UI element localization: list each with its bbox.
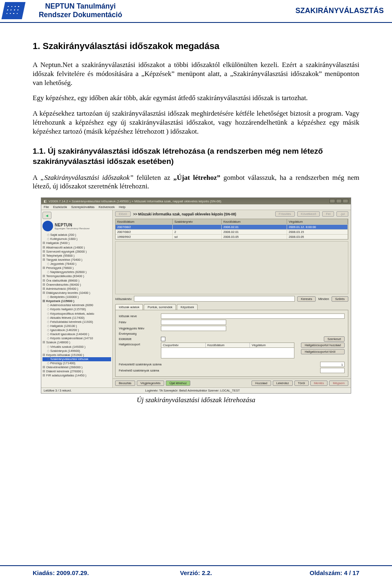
tree-item[interactable]: Órarendkészítés (90400 ): [42, 283, 111, 287]
tree-item[interactable]: Pénzügyek (78600 ): [42, 266, 111, 270]
window-titlebar: ◧ V2009.7.14.2 » Szakirányválasztási idő…: [41, 198, 351, 204]
search-input[interactable]: [134, 296, 294, 302]
tree-item[interactable]: Adminisztráció (95400 ): [42, 287, 111, 291]
maximize-button[interactable]: [336, 199, 342, 203]
figure-caption: Új szakirányválasztási időszak létrehozá…: [33, 396, 359, 404]
menu-rolechange[interactable]: Szerepkörváltás: [71, 205, 94, 209]
close-button[interactable]: [343, 199, 348, 203]
filter-button[interactable]: Szűrés: [332, 296, 348, 302]
tab-points-order[interactable]: Pontok, sorrendek: [144, 304, 176, 310]
tree-item[interactable]: FIR adatszolgáltatás (14450 ): [42, 374, 111, 378]
doc-footer: Kiadás: 2009.07.29. Verzió: 2.2. Oldalsz…: [0, 565, 392, 576]
paragraph-4: A „Szakirányválasztási időszakok” felüle…: [33, 173, 359, 191]
add-student-group-button[interactable]: Hallgatócsoportot hozzáad: [301, 342, 345, 348]
table-row[interactable]: 1998/99/2sd2008.03.052008.03.05: [116, 234, 348, 239]
doc-title-line1: NEPTUN Tanulmányi: [29, 2, 131, 11]
data-grid[interactable]: Kezdődátum Szakiránynév Kezdődátum Végdá…: [115, 219, 348, 240]
input-selectable-count[interactable]: [320, 368, 345, 373]
tree-item[interactable]: Felsőoktatási kérelmek (11920): [42, 320, 111, 324]
col-header[interactable]: Kezdődátum: [222, 219, 287, 224]
checkbox-prefilled[interactable]: [161, 337, 165, 341]
label-intro-count: Felvezetető szakirányok száma: [119, 363, 317, 366]
tree-item[interactable]: Kollégiumok (1800 ): [42, 237, 111, 241]
tree-item[interactable]: Naptáregyeztetés (82800 ): [42, 270, 111, 274]
tree-item[interactable]: Szervezeti egységek (28000 ): [42, 250, 111, 254]
tree-item[interactable]: Pénzügy (171400): [42, 361, 111, 365]
menu-favorites[interactable]: Kedvencek: [98, 205, 115, 209]
tree-item[interactable]: Aktuális félévek (117400): [42, 316, 111, 320]
save-button[interactable]: Mentés: [310, 381, 328, 386]
tree-item[interactable]: Diákigazolvány kezelés (10400 ): [42, 291, 111, 295]
tree-item[interactable]: Diákrét kérelmek (276000 ): [42, 369, 111, 374]
menu-help[interactable]: Help: [119, 205, 125, 209]
breadcrumb-path: >> Műszaki informatika szak, nappali okl…: [133, 212, 236, 216]
col-header[interactable]: Végdátum: [287, 219, 348, 224]
tree-item[interactable]: Jegyzetek (78400 ): [42, 262, 111, 266]
refresh-button[interactable]: Frissítés: [275, 211, 295, 217]
tree-item[interactable]: Képzés szakpárosításai (14710: [42, 336, 111, 340]
tree-item[interactable]: Saját adatok (200 ): [42, 233, 111, 237]
label-semester: Félév: [119, 320, 158, 324]
tree-item[interactable]: Beléptetés (100000 ): [42, 295, 111, 299]
tree-item[interactable]: Szakok (148600 ): [42, 340, 111, 345]
doc-title-block: NEPTUN Tanulmányi Rendszer Dokumentáció: [29, 2, 131, 19]
next-button[interactable]: Következő: [297, 211, 320, 217]
back-button[interactable]: ◄: [42, 212, 51, 219]
tree-item[interactable]: Kiadott igazolások (146400 ): [42, 332, 111, 336]
menu-file[interactable]: File: [44, 205, 49, 209]
search-all-label: Minden: [318, 297, 329, 301]
tree-item[interactable]: Igazolások (146200 ): [42, 328, 111, 332]
up-button[interactable]: Fel: [322, 211, 334, 217]
select-finalnote-sem[interactable]: [161, 326, 226, 331]
doc-header-right: SZAKIRÁNYVÁLASZTÁS: [295, 7, 384, 15]
label-validity: Érvényesség: [119, 332, 158, 336]
menu-bar: File Eszközök Szerepkörváltás Kedvencek …: [41, 204, 351, 210]
assign-button[interactable]: Beosztás: [115, 381, 135, 386]
add-button[interactable]: Hozzáad: [252, 381, 271, 386]
create-new-button[interactable]: Újat létrehoz: [166, 381, 190, 386]
tab-trainings[interactable]: Képzések: [177, 304, 198, 310]
prev-button[interactable]: Elözö: [115, 211, 131, 217]
app-icon: ◧: [44, 199, 47, 203]
tree-item[interactable]: Oklevélmelléklet (266000 ): [42, 365, 111, 369]
tree-item[interactable]: Képzésspecifikus értékek, adato: [42, 312, 111, 316]
cancel-button[interactable]: Mégsem: [329, 381, 348, 386]
table-row[interactable]: 2007/08/222008.02.012008.03.15: [116, 229, 348, 234]
finalize-button[interactable]: Végjelegesítés: [137, 381, 164, 386]
tree-item[interactable]: Képzések (115600 ): [42, 299, 111, 303]
menu-tools[interactable]: Eszközök: [53, 205, 67, 209]
select-semester[interactable]: [161, 320, 226, 325]
tree-item[interactable]: Alkalmazotti adatok (14800 ): [42, 246, 111, 250]
query-button[interactable]: Lekérdez: [273, 381, 293, 386]
col-header[interactable]: Kezdődátum: [116, 219, 173, 224]
tab-period-data[interactable]: Időszak adatok: [115, 304, 143, 310]
label-student-group: Hallgatócsoport: [119, 342, 158, 346]
month-button[interactable]: -jul: [336, 211, 348, 217]
input-period-name[interactable]: [161, 313, 345, 319]
tree-item[interactable]: Képzés hallgatói (115700): [42, 307, 111, 311]
label-finalnote-sem: Végjelegyzés félév: [119, 327, 158, 330]
tree-item[interactable]: Képzés időszakai (151900 ): [42, 353, 111, 357]
tree-item[interactable]: Telephelyek (55800 ): [42, 254, 111, 258]
doc-title-line2: Rendszer Dokumentáció: [29, 11, 131, 19]
input-intro-count[interactable]: 1: [320, 362, 345, 367]
col-header[interactable]: Szakiránynév: [173, 219, 222, 224]
search-button[interactable]: Keresés: [297, 296, 316, 302]
tree-item[interactable]: Szakirányválasztási időszak: [42, 357, 111, 361]
remove-student-group-button[interactable]: Hallgatócsoportot töröl: [301, 349, 345, 354]
tree-item[interactable]: Adatmódosítási kérelmek (6090: [42, 303, 111, 307]
edit-button[interactable]: Szerkeszt: [324, 336, 345, 342]
tree-item[interactable]: Szakirányok (149600): [42, 349, 111, 353]
student-group-list[interactable]: [161, 348, 294, 358]
table-row[interactable]: 2007/08/22006.02.012009.01.12. 8:00:00: [116, 224, 348, 229]
tree-item[interactable]: Teremgazdálkodás (83400 ): [42, 274, 111, 278]
tree-item[interactable]: Hallgatók (5400 ): [42, 241, 111, 245]
detail-form: Időszak neve Félév Végjelegyzés félév Ér…: [115, 310, 348, 377]
tree-item[interactable]: Virtuális szakok (149200 ): [42, 345, 111, 349]
tree-item[interactable]: Hallgatók (128100 ): [42, 324, 111, 328]
nav-tree[interactable]: Saját adatok (200 )Kollégiumok (1800 )Ha…: [42, 233, 111, 378]
tree-item[interactable]: Tárgyak kezelése (70400 ): [42, 258, 111, 262]
minimize-button[interactable]: [330, 199, 335, 203]
tree-item[interactable]: Óra statisztikák (89600 ): [42, 279, 111, 283]
delete-button[interactable]: Töröl: [294, 381, 309, 386]
